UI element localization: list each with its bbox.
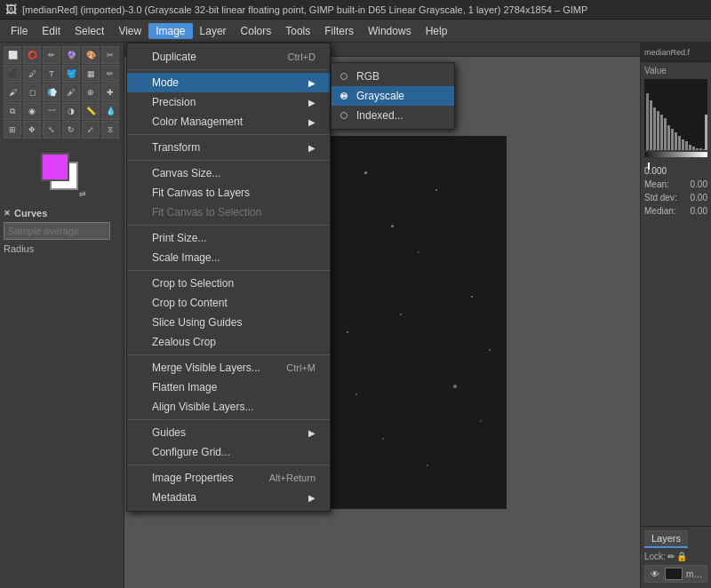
stat-mean: Mean: 0.00 [644, 179, 707, 189]
swap-colors-icon[interactable]: ⇄ [79, 189, 86, 198]
right-panel-title: medianRed.f [644, 48, 690, 57]
menubar-item-edit[interactable]: Edit [35, 23, 68, 39]
tool-align[interactable]: ⊞ [4, 121, 21, 139]
tool-shear[interactable]: ⧖ [101, 121, 119, 139]
tool-clone[interactable]: ⊕ [82, 83, 100, 101]
menu-crop-to-selection[interactable]: Crop to Selection [127, 274, 330, 293]
layer-item[interactable]: 👁 medianRed.f [644, 565, 707, 583]
tool-grid: ⬜ ⭕ ✏ 🔮 🎨 ✂ ⬛ 🖊 T 🪣 ▦ ✏ 🖌 ◻ 💨 🖋 ⊕ ✚ ⧉ ◉ … [0, 43, 124, 142]
tool-ellipse-select[interactable]: ⭕ [23, 46, 41, 64]
tool-heal[interactable]: ✚ [101, 83, 119, 101]
mode-submenu: RGB Grayscale Indexed... [331, 62, 455, 130]
tool-smudge[interactable]: 〰 [43, 102, 60, 120]
layers-tab[interactable]: Layers [644, 530, 688, 548]
menu-image-properties[interactable]: Image Properties Alt+Return [127, 468, 330, 488]
menu-guides[interactable]: Guides ▶ [127, 423, 330, 442]
lock-alpha-icon[interactable]: ✏ [667, 552, 675, 561]
menubar-item-windows[interactable]: Windows [361, 23, 419, 39]
close-curves-icon[interactable]: ✕ [4, 209, 11, 218]
layers-section: Layers Lock: ✏ 🔒 👁 medianRed.f [641, 526, 711, 588]
tool-fuzzy-select[interactable]: 🔮 [62, 46, 80, 64]
tool-move[interactable]: ✥ [23, 121, 41, 139]
curves-search-input[interactable] [4, 222, 110, 240]
menu-slice-using-guides[interactable]: Slice Using Guides [127, 313, 330, 332]
menubar-item-view[interactable]: View [111, 23, 148, 39]
menubar-item-image[interactable]: Image [148, 23, 192, 39]
cursor-indicator [648, 163, 650, 170]
menubar-item-tools[interactable]: Tools [278, 23, 317, 39]
foreground-color-swatch[interactable] [41, 153, 69, 181]
tool-crop[interactable]: ⤡ [43, 121, 60, 139]
menu-crop-to-content[interactable]: Crop to Content [127, 293, 330, 313]
lock-draw-icon[interactable]: 🔒 [676, 552, 687, 561]
mode-rgb-radio [340, 73, 348, 80]
tool-scissors[interactable]: ✂ [101, 46, 119, 64]
separator-2 [127, 134, 330, 135]
tool-blur-sharpen[interactable]: ◉ [23, 102, 41, 120]
mode-rgb[interactable]: RGB [332, 67, 454, 86]
tool-blend[interactable]: ▦ [82, 65, 100, 83]
menu-metadata[interactable]: Metadata ▶ [127, 488, 330, 507]
layer-visibility-toggle[interactable]: 👁 [649, 568, 661, 580]
mode-grayscale[interactable]: Grayscale [332, 86, 454, 106]
tool-perspective-clone[interactable]: ⧉ [4, 102, 21, 120]
layers-toolbar: Lock: ✏ 🔒 [644, 552, 707, 561]
menu-mode[interactable]: Mode ▶ [127, 73, 330, 92]
menu-merge-visible-layers[interactable]: Merge Visible Layers... Ctrl+M [127, 358, 330, 377]
separator-1 [127, 69, 330, 70]
menu-scale-image[interactable]: Scale Image... [127, 248, 330, 267]
layer-name: medianRed.f [686, 569, 703, 579]
tool-free-select[interactable]: ✏ [43, 46, 60, 64]
mode-indexed-radio [340, 112, 348, 119]
tool-color-select[interactable]: 🎨 [82, 46, 100, 64]
histogram-gradient-bar [644, 152, 707, 157]
menu-canvas-size[interactable]: Canvas Size... [127, 163, 330, 183]
tool-color-picker[interactable]: 💧 [101, 102, 119, 120]
menu-fit-canvas-to-layers[interactable]: Fit Canvas to Layers [127, 183, 330, 203]
mode-indexed[interactable]: Indexed... [332, 106, 454, 125]
separator-5 [127, 270, 330, 271]
tool-text[interactable]: T [43, 65, 60, 83]
color-swatch-area: ⇄ [0, 142, 124, 204]
tool-rect-select[interactable]: ⬜ [4, 46, 21, 64]
separator-4 [127, 225, 330, 226]
menu-transform[interactable]: Transform ▶ [127, 138, 330, 157]
menubar-item-colors[interactable]: Colors [234, 23, 279, 39]
curves-radius-label: Radius [4, 243, 120, 254]
menubar-item-layer[interactable]: Layer [193, 23, 234, 39]
tool-paintbrush[interactable]: 🖌 [4, 83, 21, 101]
menu-duplicate[interactable]: Duplicate Ctrl+D [127, 47, 330, 67]
separator-6 [127, 354, 330, 355]
window-title: [medianRed] (imported)-3.0 (Grayscale 32… [22, 4, 587, 15]
menu-align-visible-layers[interactable]: Align Visible Layers... [127, 397, 330, 417]
menu-fit-canvas-to-selection: Fit Canvas to Selection [127, 203, 330, 222]
menu-zealous-crop[interactable]: Zealous Crop [127, 332, 330, 352]
value-label: Value [644, 66, 707, 75]
menubar-item-help[interactable]: Help [419, 23, 455, 39]
menubar-item-select[interactable]: Select [68, 23, 111, 39]
value-display: 0.000 [644, 166, 707, 176]
menu-print-size[interactable]: Print Size... [127, 228, 330, 248]
tool-pencil[interactable]: ✏ [101, 65, 119, 83]
tool-ink[interactable]: 🖋 [62, 83, 80, 101]
tool-paths[interactable]: 🖊 [23, 65, 41, 83]
tool-measure[interactable]: 📏 [82, 102, 100, 120]
layer-thumbnail [665, 568, 683, 580]
menu-color-management[interactable]: Color Management ▶ [127, 112, 330, 131]
tool-scale[interactable]: ⤢ [82, 121, 100, 139]
tool-airbrush[interactable]: 💨 [43, 83, 60, 101]
titlebar: 🖼 [medianRed] (imported)-3.0 (Grayscale … [0, 0, 711, 20]
tool-dodge-burn[interactable]: ◑ [62, 102, 80, 120]
menubar-item-filters[interactable]: Filters [317, 23, 361, 39]
tool-foreground-select[interactable]: ⬛ [4, 65, 21, 83]
tool-rotate[interactable]: ↻ [62, 121, 80, 139]
tool-eraser[interactable]: ◻ [23, 83, 41, 101]
menu-flatten-image[interactable]: Flatten Image [127, 377, 330, 397]
menu-configure-grid[interactable]: Configure Grid... [127, 442, 330, 462]
app-icon: 🖼 [5, 3, 17, 16]
menu-precision[interactable]: Precision ▶ [127, 92, 330, 112]
tool-bucket-fill[interactable]: 🪣 [62, 65, 80, 83]
menubar: FileEditSelectViewImageLayerColorsToolsF… [0, 20, 711, 43]
curves-title: ✕ Curves [4, 208, 120, 219]
menubar-item-file[interactable]: File [4, 23, 35, 39]
